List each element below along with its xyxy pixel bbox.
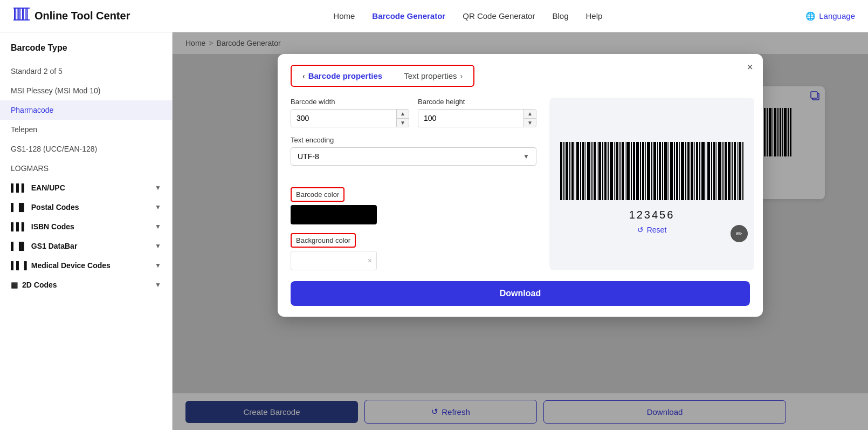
dimensions-row: Barcode width ▲ ▼ Barco: [291, 98, 536, 127]
svg-rect-105: [659, 142, 661, 200]
header: Online Tool Center Home Barcode Generato…: [0, 0, 868, 32]
svg-rect-87: [608, 142, 609, 200]
barcode-height-input-wrap: ▲ ▼: [418, 109, 536, 127]
svg-rect-126: [718, 142, 721, 200]
svg-rect-130: [732, 142, 733, 200]
barcode-width-label: Barcode width: [291, 98, 409, 106]
svg-rect-123: [711, 142, 712, 200]
edit-icon: ✏: [736, 229, 742, 238]
sidebar-item-pharmacode[interactable]: Pharmacode: [0, 100, 172, 120]
sidebar-item-logmars[interactable]: LOGMARS: [0, 159, 172, 178]
barcode-group-icon: ▌▌▌: [11, 183, 27, 192]
svg-rect-104: [657, 142, 658, 200]
sidebar-title: Barcode Type: [0, 43, 172, 62]
svg-rect-82: [594, 142, 596, 200]
svg-rect-71: [563, 142, 564, 200]
width-up-button[interactable]: ▲: [397, 110, 409, 119]
svg-rect-121: [706, 142, 706, 200]
svg-rect-77: [580, 142, 581, 200]
svg-rect-102: [651, 142, 652, 200]
modal-close-button[interactable]: ×: [747, 62, 753, 72]
bg-clear-icon[interactable]: ×: [368, 256, 372, 265]
svg-rect-85: [602, 142, 603, 200]
svg-rect-0: [14, 9, 16, 19]
barcode-color-swatch[interactable]: [291, 205, 377, 224]
width-down-button[interactable]: ▼: [397, 119, 409, 127]
nav-qr-code[interactable]: QR Code Generator: [463, 11, 535, 21]
sidebar-item-gs1128[interactable]: GS1-128 (UCC/EAN-128): [0, 139, 172, 159]
barcode-width-input[interactable]: [291, 110, 396, 127]
tab-barcode-properties[interactable]: ‹ Barcode properties: [292, 66, 393, 86]
select-arrow-icon: ▼: [523, 153, 529, 160]
logo: Online Tool Center: [13, 5, 130, 26]
nav-blog[interactable]: Blog: [552, 11, 568, 21]
modal-download-button[interactable]: Download: [291, 281, 750, 306]
reset-label: Reset: [647, 226, 667, 234]
globe-icon: 🌐: [805, 11, 816, 21]
svg-rect-74: [571, 142, 574, 200]
modal: ‹ Barcode properties Text properties › ×: [278, 54, 763, 317]
sidebar-item-standard2of5[interactable]: Standard 2 of 5: [0, 62, 172, 81]
sidebar-group-2d-label: 2D Codes: [22, 281, 57, 289]
sidebar-group-isbn[interactable]: ▌▌▌ ISBN Codes ▼: [0, 217, 172, 236]
gs1-group-icon: ▌▐▌: [11, 242, 27, 250]
nav-help[interactable]: Help: [585, 11, 602, 21]
width-spinners: ▲ ▼: [396, 110, 409, 127]
barcode-color-label: Barcode color: [291, 187, 345, 202]
sidebar-group-gs1databar[interactable]: ▌▐▌ GS1 DataBar ▼: [0, 236, 172, 256]
language-selector[interactable]: 🌐 Language: [805, 11, 855, 21]
svg-rect-101: [647, 142, 650, 200]
svg-rect-8: [13, 19, 30, 21]
svg-rect-4: [22, 9, 24, 19]
text-encoding-select[interactable]: UTF-8 ▼: [291, 147, 536, 166]
2d-group-icon: ▦: [11, 281, 18, 289]
main-nav: Home Barcode Generator QR Code Generator…: [151, 11, 784, 21]
content-area: Home > Barcode Generator: [173, 32, 868, 430]
chevron-down-icon-gs1: ▼: [155, 242, 161, 250]
svg-rect-131: [734, 142, 736, 200]
text-encoding-value: UTF-8: [298, 152, 319, 161]
isbn-group-icon: ▌▌▌: [11, 222, 27, 231]
svg-rect-97: [636, 142, 639, 200]
modal-edit-button[interactable]: ✏: [731, 225, 748, 242]
svg-rect-120: [701, 142, 705, 200]
sidebar-group-2d[interactable]: ▦ 2D Codes ▼: [0, 275, 172, 295]
logo-text: Online Tool Center: [35, 10, 130, 22]
tab-text-properties[interactable]: Text properties ›: [393, 66, 473, 86]
sidebar-group-ean-label: EAN/UPC: [31, 183, 65, 192]
svg-rect-119: [699, 142, 700, 200]
modal-left-panel: Barcode width ▲ ▼ Barco: [291, 98, 536, 270]
nav-barcode-generator[interactable]: Barcode Generator: [372, 11, 445, 21]
svg-rect-81: [591, 142, 593, 200]
sidebar-group-medical[interactable]: ▌▌▐ Medical Device Codes ▼: [0, 256, 172, 275]
sidebar-group-isbn-label: ISBN Codes: [31, 222, 74, 231]
modal-body: Barcode width ▲ ▼ Barco: [278, 87, 763, 281]
main-layout: Barcode Type Standard 2 of 5 MSI Plessey…: [0, 32, 868, 430]
sidebar-item-telepen[interactable]: Telepen: [0, 120, 172, 139]
tab-text-label: Text properties: [404, 71, 457, 80]
svg-rect-89: [614, 142, 615, 200]
svg-rect-84: [598, 142, 601, 200]
svg-rect-93: [625, 142, 625, 200]
reset-icon: ↺: [637, 226, 644, 234]
barcode-height-group: Barcode height ▲ ▼: [418, 98, 536, 127]
height-up-button[interactable]: ▲: [524, 110, 536, 119]
svg-rect-127: [722, 142, 724, 200]
background-color-swatch[interactable]: ×: [291, 251, 377, 270]
background-color-label: Background color: [291, 233, 356, 248]
svg-rect-106: [662, 142, 663, 200]
svg-rect-3: [20, 9, 21, 19]
barcode-height-input[interactable]: [418, 110, 523, 127]
nav-home[interactable]: Home: [333, 11, 355, 21]
postal-group-icon: ▌▐▌: [11, 203, 27, 211]
modal-reset-button[interactable]: ↺ Reset: [637, 226, 667, 234]
sidebar-item-msi[interactable]: MSI Plessey (MSI Mod 10): [0, 81, 172, 100]
sidebar-group-ean[interactable]: ▌▌▌ EAN/UPC ▼: [0, 178, 172, 197]
svg-rect-2: [18, 9, 20, 19]
sidebar-group-postal[interactable]: ▌▐▌ Postal Codes ▼: [0, 197, 172, 217]
background-color-section: Background color ×: [291, 233, 536, 270]
height-down-button[interactable]: ▼: [524, 119, 536, 127]
svg-rect-122: [707, 142, 710, 200]
barcode-height-label: Barcode height: [418, 98, 536, 106]
svg-rect-1: [17, 9, 18, 19]
